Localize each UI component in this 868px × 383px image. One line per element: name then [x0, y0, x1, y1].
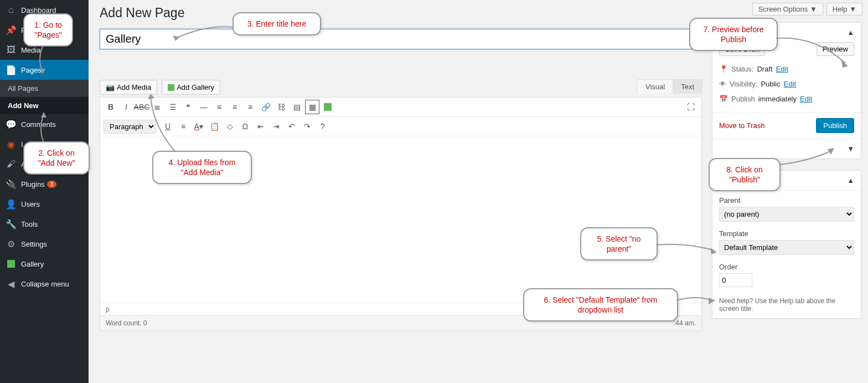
svg-marker-2	[173, 35, 179, 41]
sidebar-item-collapse[interactable]: ◀ Collapse menu	[0, 274, 89, 294]
outdent-icon[interactable]: ⇤	[254, 119, 268, 134]
sidebar-item-plugins[interactable]: 🔌 Plugins 3	[0, 174, 89, 194]
textcolor-icon[interactable]: A▾	[192, 119, 206, 134]
page-attributes-box: Page Attributes ▲ Parent (no parent) Tem…	[712, 170, 861, 319]
editor-path: p	[106, 305, 110, 313]
eye-icon: 👁	[719, 80, 726, 88]
sidebar-item-label: Tools	[21, 220, 38, 228]
tab-text[interactable]: Text	[673, 79, 702, 94]
comment-icon: 💬	[6, 119, 17, 130]
unlink-icon[interactable]: ⛓	[274, 100, 288, 114]
template-label: Template	[719, 229, 854, 238]
expand-box-icon[interactable]: ▼	[847, 145, 854, 153]
sidebar-item-label: Collapse menu	[21, 280, 69, 288]
add-media-label: Add Media	[117, 83, 151, 91]
clear-format-icon[interactable]: ◇	[223, 119, 237, 134]
special-char-icon[interactable]: Ω	[238, 119, 252, 134]
sidebar-item-label: Settings	[21, 240, 47, 248]
plugin-badge: 3	[47, 181, 57, 188]
svg-marker-4	[710, 248, 717, 254]
parent-select[interactable]: (no parent)	[719, 207, 854, 222]
undo-icon[interactable]: ↶	[285, 119, 299, 134]
add-media-button[interactable]: 📷 Add Media	[100, 80, 157, 95]
attr-help-text: Need help? Use the Help tab above the sc…	[719, 297, 854, 313]
bold-icon[interactable]: B	[104, 100, 118, 114]
settings-icon: ⚙	[6, 238, 17, 249]
calendar-icon: 📅	[719, 95, 728, 103]
svg-marker-3	[148, 94, 154, 99]
callout-6: 6. Select "Default Template" from dropdo…	[523, 288, 678, 321]
collapse-box-icon[interactable]: ▲	[847, 28, 854, 37]
svg-marker-6	[841, 60, 848, 68]
user-icon: 👤	[6, 198, 17, 210]
link-icon[interactable]: 🔗	[259, 100, 273, 114]
align-center-icon[interactable]: ≡	[228, 100, 242, 114]
order-label: Order	[719, 263, 854, 271]
callout-5: 5. Select "no parent"	[580, 227, 658, 261]
sidebar-item-tools[interactable]: 🔧 Tools	[0, 214, 89, 234]
dashboard-icon: ⌂	[6, 4, 17, 16]
parent-label: Parent	[719, 196, 854, 205]
sidebar-item-label: Add New	[8, 101, 39, 110]
align-left-icon[interactable]: ≡	[212, 100, 226, 114]
callout-1: 1. Go to "Pages"	[23, 13, 73, 47]
italic-icon[interactable]: I	[119, 100, 133, 114]
editor-toolbar-2: Paragraph U ≡ A▾ 📋 ◇ Ω ⇤ ⇥ ↶ ↷ ?	[100, 117, 701, 136]
pin-icon: 📌	[6, 24, 17, 35]
publish-value: immediately	[758, 95, 797, 103]
brush-icon: 🖌	[6, 159, 17, 170]
green-block-icon[interactable]	[321, 100, 335, 114]
camera-icon: 📷	[106, 83, 115, 91]
paste-text-icon[interactable]: 📋	[207, 119, 221, 134]
order-input[interactable]	[719, 273, 752, 287]
fullscreen-icon[interactable]: ⛶	[684, 100, 698, 114]
add-gallery-label: Add Gallery	[177, 83, 214, 91]
page-icon: 📄	[6, 64, 17, 75]
editor-toolbar-1: B I ABC ≣ ☰ ❝ — ≡ ≡ ≡ 🔗 ⛓ ▤ ▦ ⛶	[100, 98, 701, 117]
strike-icon[interactable]: ABC	[135, 100, 149, 114]
collapse-attr-icon[interactable]: ▲	[847, 176, 854, 185]
wrench-icon: 🔧	[6, 218, 17, 229]
collapse-icon: ◀	[6, 278, 17, 289]
status-label: Status:	[731, 65, 753, 73]
sidebar-item-settings[interactable]: ⚙ Settings	[0, 234, 89, 254]
status-value: Draft	[757, 65, 772, 73]
help-icon[interactable]: ?	[316, 119, 330, 134]
align-right-icon[interactable]: ≡	[243, 100, 257, 114]
sidebar-item-gallery[interactable]: Gallery	[0, 254, 89, 274]
sidebar-item-label: Gallery	[21, 260, 44, 268]
svg-marker-1	[41, 112, 46, 118]
sidebar-item-label: Plugins	[21, 180, 45, 188]
sidebar-item-all-pages[interactable]: All Pages	[0, 80, 89, 97]
edit-schedule-link[interactable]: Edit	[800, 95, 812, 103]
template-select[interactable]: Default Template	[719, 240, 854, 255]
more-icon[interactable]: ▤	[290, 100, 304, 114]
callout-2: 2. Click on "Add New"	[23, 141, 90, 175]
plugin-icon: 🔌	[6, 178, 17, 190]
toolbar-toggle-icon[interactable]: ▦	[305, 100, 319, 114]
callout-7: 7. Preview before Publish	[689, 18, 778, 51]
svg-marker-5	[709, 298, 715, 304]
visibility-value: Public	[761, 80, 780, 88]
edit-visibility-link[interactable]: Edit	[784, 80, 796, 88]
svg-marker-7	[828, 148, 834, 155]
svg-marker-0	[40, 69, 45, 74]
visibility-label: Visibility:	[730, 80, 757, 88]
publish-label: Publish	[731, 95, 755, 103]
gallery-icon	[6, 258, 17, 269]
callout-3: 3. Enter title here	[232, 12, 321, 35]
hr-icon[interactable]: —	[197, 100, 211, 114]
publish-button[interactable]: Publish	[816, 118, 854, 133]
add-gallery-button[interactable]: Add Gallery	[162, 80, 220, 95]
tab-visual[interactable]: Visual	[637, 79, 673, 94]
move-to-trash-link[interactable]: Move to Trash	[719, 121, 764, 130]
word-count: Word count: 0	[106, 319, 147, 327]
page-title: Add New Page	[100, 6, 702, 21]
help-button[interactable]: Help ▼	[826, 3, 862, 16]
screen-options-button[interactable]: Screen Options ▼	[752, 3, 823, 16]
indent-icon[interactable]: ⇥	[269, 119, 283, 134]
sidebar-item-users[interactable]: 👤 Users	[0, 194, 89, 214]
circle-icon: ◉	[6, 139, 17, 150]
callout-8: 8. Click on "Publish"	[709, 158, 781, 191]
redo-icon[interactable]: ↷	[300, 119, 314, 134]
